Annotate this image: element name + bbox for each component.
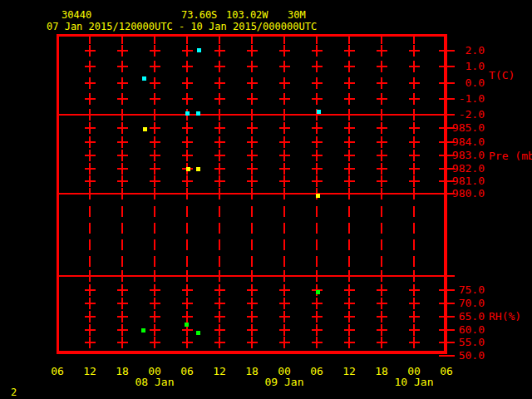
grid-column-tick xyxy=(279,114,290,116)
y-tick-label: 65.0 xyxy=(446,311,485,323)
grid-column-tick xyxy=(150,180,160,182)
grid-column-tick xyxy=(214,342,225,343)
grid-column-tick xyxy=(279,98,290,100)
grid-column-tick xyxy=(150,329,160,331)
grid-column-tick xyxy=(85,127,96,129)
column-dash xyxy=(413,256,415,267)
pressure-point-marker xyxy=(316,194,320,198)
pressure-point-marker xyxy=(143,127,147,131)
grid-column-tick xyxy=(214,316,225,318)
grid-column-tick xyxy=(279,66,290,67)
pressure-point-marker xyxy=(196,167,200,171)
column-dash xyxy=(154,223,155,234)
grid-column-tick xyxy=(85,168,96,170)
x-hour-label: 06 xyxy=(175,366,199,377)
grid-column-tick xyxy=(312,50,323,52)
grid-column-tick xyxy=(409,275,420,277)
grid-column-tick xyxy=(117,98,128,100)
grid-column-tick xyxy=(279,180,290,182)
y-tick-label: 982.0 xyxy=(446,163,485,175)
grid-column-tick xyxy=(182,155,193,156)
y-tick-label: -2.0 xyxy=(446,109,485,121)
column-dash xyxy=(413,206,415,217)
grid-column-tick xyxy=(150,303,160,304)
grid-column-tick xyxy=(85,155,96,156)
grid-column-tick xyxy=(85,180,96,182)
grid-column-tick xyxy=(150,155,160,156)
grid-column-tick xyxy=(117,168,128,170)
y-tick-label: 50.0 xyxy=(446,350,485,362)
x-hour-label: 12 xyxy=(337,366,361,377)
grid-column-tick xyxy=(312,127,323,129)
grid-column-tick xyxy=(150,66,160,67)
grid-column-tick xyxy=(85,98,96,100)
column-dash xyxy=(186,256,188,267)
y-tick-label: 985.0 xyxy=(446,122,485,134)
column-dash xyxy=(348,223,350,234)
grid-column-tick xyxy=(344,168,355,170)
column-dash xyxy=(219,37,220,44)
grid-column-tick xyxy=(150,193,160,195)
grid-column-tick xyxy=(247,180,258,182)
column-dash xyxy=(186,223,188,234)
grid-column-tick xyxy=(247,98,258,100)
column-dash xyxy=(121,256,123,267)
grid-column-tick xyxy=(117,193,128,195)
grid-column-tick xyxy=(377,98,387,100)
grid-column-tick xyxy=(409,98,420,100)
grid-column-tick xyxy=(117,180,128,182)
grid-column-tick xyxy=(312,275,323,277)
grid-column-tick xyxy=(214,141,225,143)
grid-column-tick xyxy=(247,303,258,304)
grid-column-tick xyxy=(344,98,355,100)
grid-column-tick xyxy=(377,342,387,343)
column-dash xyxy=(219,256,220,267)
grid-column-tick xyxy=(409,303,420,304)
grid-column-tick xyxy=(247,275,258,277)
grid-column-tick xyxy=(150,98,160,100)
grid-column-tick xyxy=(344,141,355,143)
plot-layer: 2.01.00.0-1.0-2.0T(C)985.0984.0983.0982.… xyxy=(0,0,532,399)
grid-column-tick xyxy=(409,180,420,182)
grid-column-tick xyxy=(279,289,290,291)
grid-column-tick xyxy=(214,82,225,84)
grid-column-tick xyxy=(409,127,420,129)
grid-column-tick xyxy=(279,141,290,143)
grid-column-tick xyxy=(279,82,290,84)
grid-column-tick xyxy=(117,66,128,67)
grid-column-tick xyxy=(279,127,290,129)
column-dash xyxy=(413,239,415,250)
grid-column-tick xyxy=(182,180,193,182)
grid-column-tick xyxy=(182,141,193,143)
grid-column-tick xyxy=(279,329,290,331)
grid-column-tick xyxy=(312,66,323,67)
column-dash xyxy=(154,206,155,217)
x-hour-label: 18 xyxy=(111,366,134,377)
grid-column-tick xyxy=(409,114,420,116)
column-dash xyxy=(348,239,350,250)
grid-column-tick xyxy=(409,316,420,318)
x-hour-label: 06 xyxy=(305,366,328,377)
grid-column-tick xyxy=(312,168,323,170)
grid-column-tick xyxy=(117,342,128,343)
grid-column-tick xyxy=(85,316,96,318)
grid-column-tick xyxy=(182,329,193,331)
x-hour-label: 18 xyxy=(240,366,264,377)
grid-column-tick xyxy=(247,82,258,84)
column-dash xyxy=(348,37,350,44)
column-dash xyxy=(251,223,253,234)
grid-column-tick xyxy=(150,50,160,52)
grid-column-tick xyxy=(182,66,193,67)
grid-column-tick xyxy=(312,303,323,304)
column-dash xyxy=(381,37,382,44)
column-dash xyxy=(121,223,123,234)
grid-column-tick xyxy=(377,114,387,116)
x-date-label: 08 Jan xyxy=(133,377,176,388)
grid-column-tick xyxy=(214,193,225,195)
column-dash xyxy=(316,206,318,217)
grid-column-tick xyxy=(312,98,323,100)
column-dash xyxy=(154,239,155,250)
grid-column-tick xyxy=(150,342,160,343)
grid-column-tick xyxy=(247,342,258,343)
grid-column-tick xyxy=(182,275,193,277)
